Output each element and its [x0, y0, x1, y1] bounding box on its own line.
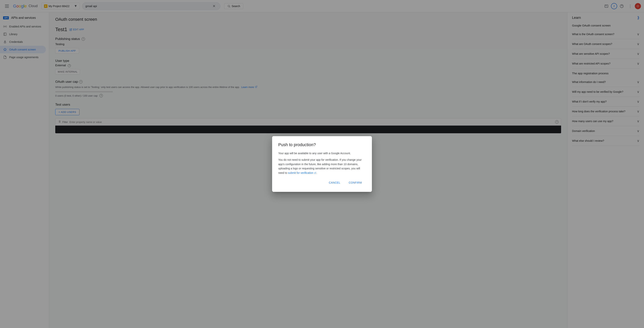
submit-for-verification-link[interactable]: submit for verification	[288, 171, 316, 174]
modal-actions: CANCEL CONFIRM	[278, 180, 366, 186]
modal-body-p2: You do not need to submit your app for v…	[278, 158, 366, 175]
modal-body-p1: Your app will be available to any user w…	[278, 151, 366, 155]
push-to-production-modal: Push to production? Your app will be ava…	[272, 136, 372, 192]
modal-overlay: Push to production? Your app will be ava…	[0, 0, 644, 328]
svg-line-19	[315, 172, 316, 173]
modal-body: Your app will be available to any user w…	[278, 151, 366, 175]
cancel-button[interactable]: CANCEL	[326, 180, 343, 186]
confirm-button[interactable]: CONFIRM	[345, 180, 366, 186]
modal-title: Push to production?	[278, 142, 366, 147]
